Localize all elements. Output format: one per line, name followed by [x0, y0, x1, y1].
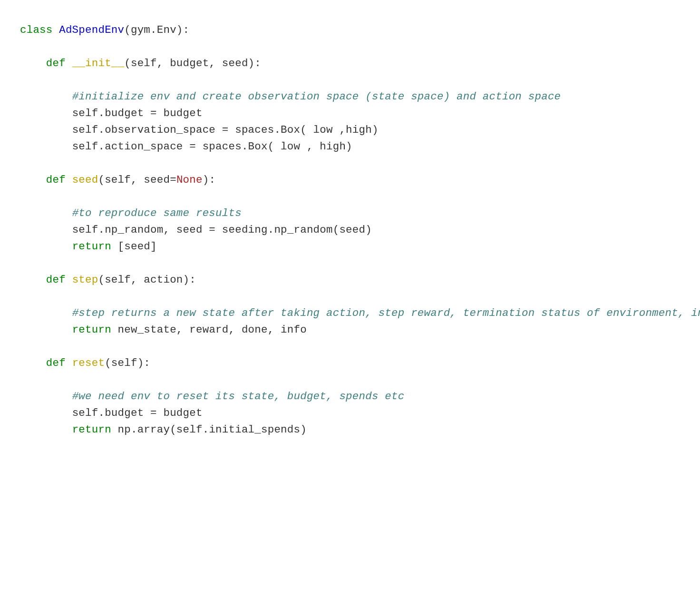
code-text: (self):	[105, 357, 150, 369]
code-text: [seed]	[111, 240, 157, 253]
indent	[20, 274, 46, 286]
func-name: __init__	[72, 57, 125, 69]
indent	[20, 390, 72, 403]
indent	[20, 207, 72, 219]
code-text: (gym.Env):	[124, 24, 189, 36]
keyword-def: def	[46, 57, 66, 69]
code-line: return new_state, reward, done, info	[20, 324, 307, 336]
code-line: self.budget = budget	[20, 107, 203, 119]
code-line: self.observation_space = spaces.Box( low…	[20, 124, 379, 136]
comment: #to reproduce same results	[72, 207, 242, 219]
code-text: (self, budget, seed):	[124, 57, 261, 69]
indent	[20, 324, 72, 336]
code-line: #we need env to reset its state, budget,…	[20, 390, 404, 403]
indent	[20, 357, 46, 369]
constant-none: None	[176, 174, 203, 186]
indent	[20, 240, 72, 253]
comment: #initialize env and create observation s…	[72, 90, 561, 103]
code-line: #to reproduce same results	[20, 207, 242, 219]
code-text: self.action_space = spaces.Box( low , hi…	[72, 140, 352, 153]
comment: #step returns a new state after taking a…	[72, 307, 700, 319]
comment: #we need env to reset its state, budget,…	[72, 390, 405, 403]
code-line: return [seed]	[20, 240, 157, 253]
keyword-def: def	[46, 357, 66, 369]
code-text: np.array(self.initial_spends)	[111, 423, 307, 436]
keyword-def: def	[46, 274, 66, 286]
space	[66, 57, 72, 69]
indent	[20, 124, 72, 136]
code-line: def step(self, action):	[20, 274, 196, 286]
code-line: #initialize env and create observation s…	[20, 90, 561, 103]
indent	[20, 90, 72, 103]
indent	[20, 140, 72, 153]
keyword-return: return	[72, 240, 111, 253]
indent	[20, 107, 72, 119]
keyword-def: def	[46, 174, 66, 186]
indent	[20, 224, 72, 236]
keyword-return: return	[72, 324, 111, 336]
code-line: def __init__(self, budget, seed):	[20, 57, 261, 69]
code-line: return np.array(self.initial_spends)	[20, 423, 307, 436]
code-text: ):	[203, 174, 215, 186]
code-text: self.budget = budget	[72, 107, 203, 119]
space	[53, 24, 59, 36]
code-text: self.budget = budget	[72, 407, 203, 419]
code-block: class AdSpendEnv(gym.Env): def __init__(…	[0, 0, 700, 460]
code-text: self.observation_space = spaces.Box( low…	[72, 124, 379, 136]
code-line: self.np_random, seed = seeding.np_random…	[20, 224, 372, 236]
code-line: def seed(self, seed=None):	[20, 174, 215, 186]
space	[66, 174, 72, 186]
indent	[20, 407, 72, 419]
space	[66, 357, 72, 369]
code-line: #step returns a new state after taking a…	[20, 307, 700, 319]
func-name: reset	[72, 357, 105, 369]
code-text: new_state, reward, done, info	[111, 324, 307, 336]
func-name: step	[72, 274, 98, 286]
keyword-return: return	[72, 423, 111, 436]
indent	[20, 423, 72, 436]
keyword-class: class	[20, 24, 53, 36]
code-text: (self, action):	[98, 274, 196, 286]
code-line: def reset(self):	[20, 357, 150, 369]
code-text: self.np_random, seed = seeding.np_random…	[72, 224, 372, 236]
func-name: seed	[72, 174, 98, 186]
indent	[20, 57, 46, 69]
class-name: AdSpendEnv	[59, 24, 124, 36]
code-line: class AdSpendEnv(gym.Env):	[20, 24, 189, 36]
code-line: self.budget = budget	[20, 407, 203, 419]
indent	[20, 174, 46, 186]
space	[66, 274, 72, 286]
code-line: self.action_space = spaces.Box( low , hi…	[20, 140, 352, 153]
code-text: (self, seed=	[98, 174, 176, 186]
indent	[20, 307, 72, 319]
